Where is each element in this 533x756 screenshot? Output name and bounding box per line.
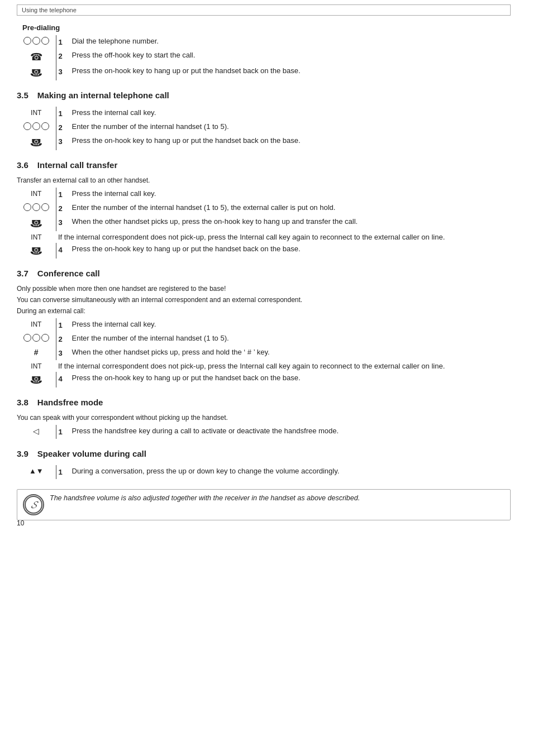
keys-icon [23,37,49,45]
table-row: 2 Enter the number of the internal hands… [17,332,511,346]
step-num: 2 [59,334,72,343]
icon-cell: ☎ [17,135,56,150]
phone-onhook-icon: ☎ [30,245,42,257]
step-text: Press the internal call key. [72,108,156,117]
table-row: INT If the internal correspondent does n… [17,360,511,372]
keys-icon [23,334,49,342]
s38-table: ◁ 1 Press the handsfree key during a cal… [17,425,511,439]
section-number-3-8: 3.8 [17,398,28,407]
phone-offhook-icon: ☎ [30,51,42,63]
section-number-3-7: 3.7 [17,269,28,278]
step-num: 1 [59,467,72,476]
table-row: ◁ 1 Press the handsfree key during a cal… [17,425,511,439]
table-row: ☎ 3 Press the on-hook key to hang up or … [17,135,511,150]
table-row: INT 1 Press the internal call key. [17,188,511,202]
icon-cell: ☎ [17,243,56,259]
step-num: 1 [59,320,72,329]
section-header-3-7: 3.7 Conference call [17,269,511,281]
s37-subtitle-2: You can converse simultaneously with an … [17,296,511,304]
section-3-5: 3.5 Making an internal telephone call IN… [17,90,511,150]
step-num: 2 [59,203,72,213]
predialing-table: 1 Dial the telephone number. ☎ 2 Press t… [17,35,511,80]
icon-cell: ▲▼ [17,465,56,479]
step-text: Press the handsfree key during a call to… [72,427,339,435]
section-3-9: 3.9 Speaker volume during call ▲▼ 1 Duri… [17,449,511,479]
step-num: 4 [59,245,72,254]
s38-subtitle: You can speak with your correspondent wi… [17,414,511,422]
phone-onhook-icon: ☎ [30,374,42,386]
table-row: INT 1 Press the internal call key. [17,318,511,332]
icon-cell: INT [17,231,56,243]
step-text: Press the off-hook key to start the call… [72,51,196,59]
table-row: ☎ 3 Press the on-hook key to hang up or … [17,65,511,80]
keys-icon [23,122,49,130]
icon-cell: INT [17,360,56,372]
icon-cell: INT [17,107,56,121]
section-3-8: 3.8 Handsfree mode You can speak with yo… [17,398,511,439]
table-row: 2 Enter the number of the internal hands… [17,121,511,135]
table-row: 2 Enter the number of the internal hands… [17,202,511,216]
header-label: Using the telephone [22,7,77,13]
section-title-3-7: Conference call [37,269,100,278]
icon-cell [17,332,56,346]
section-title-3-5: Making an internal telephone call [37,90,169,100]
int-icon: INT [31,190,41,198]
step-num: 1 [59,37,72,46]
step-num: 1 [59,108,72,118]
section-number-3-9: 3.9 [17,449,28,458]
icon-cell: ☎ [17,372,56,387]
step-text: Press the on-hook key to hang up or put … [72,374,301,382]
section-header-3-5: 3.5 Making an internal telephone call [17,90,511,103]
step-num: 2 [59,51,72,60]
section-header-3-9: 3.9 Speaker volume during call [17,449,511,462]
step-text: During a conversation, press the up or d… [72,467,340,475]
note-box: 𝓢 The handsfree volume is also adjusted … [17,489,511,520]
section-header-3-8: 3.8 Handsfree mode [17,398,511,410]
s35-table: INT 1 Press the internal call key. [17,107,511,150]
phone-onhook-icon: ☎ [30,217,42,229]
s37-table: INT 1 Press the internal call key. [17,318,511,387]
table-row: 1 Dial the telephone number. [17,35,511,49]
step-text: Press the internal call key. [72,189,156,198]
step-text: Enter the number of the internal handset… [72,122,229,131]
section-title-3-6: Internal call transfer [37,160,117,170]
header-bar: Using the telephone [17,4,511,16]
s39-table: ▲▼ 1 During a conversation, press the up… [17,465,511,479]
note-icon: 𝓢 [23,494,44,515]
int-icon: INT [31,320,41,328]
section-number-3-5: 3.5 [17,90,28,100]
step-text: When the other handset picks up, press t… [72,217,358,226]
step-text: Enter the number of the internal handset… [72,203,336,212]
section-3-7: 3.7 Conference call Only possible when m… [17,269,511,387]
hash-icon: # [34,348,39,357]
step-text: Enter the number of the internal handset… [72,334,229,342]
table-row: # 3 When the other handset picks up, pre… [17,346,511,360]
icon-cell [17,202,56,216]
step-text: If the internal correspondent does not p… [58,233,445,241]
s36-table: INT 1 Press the internal call key. [17,188,511,259]
svg-text:𝓢: 𝓢 [31,499,39,510]
step-text: Press the on-hook key to hang up or put … [72,245,301,253]
page-number: 10 [17,519,24,527]
section-3-6: 3.6 Internal call transfer Transfer an e… [17,160,511,259]
s37-subtitle-1: Only possible when more then one handset… [17,285,511,293]
step-text: If the internal correspondent does not p… [58,362,445,370]
step-num: 3 [59,217,72,227]
phone-onhook-icon: ☎ [30,136,42,149]
phone-onhook-icon: ☎ [30,66,42,79]
table-row: ☎ 3 When the other handset picks up, pre… [17,216,511,231]
step-text: When the other handset picks up, press a… [72,348,270,356]
table-row: ▲▼ 1 During a conversation, press the up… [17,465,511,479]
step-num: 1 [59,189,72,199]
table-row: ☎ 2 Press the off-hook key to start the … [17,49,511,65]
icon-cell: # [17,346,56,360]
step-text: Press the on-hook key to hang up or put … [72,136,301,145]
s36-subtitle: Transfer an external call to an other ha… [17,176,511,184]
icon-cell: INT [17,188,56,202]
table-row: INT 1 Press the internal call key. [17,107,511,121]
section-title-3-9: Speaker volume during call [37,449,146,458]
int-icon: INT [31,362,41,370]
step-num: 4 [59,374,72,383]
table-row: ☎ 4 Press the on-hook key to hang up or … [17,372,511,387]
section-title-3-8: Handsfree mode [37,398,103,407]
